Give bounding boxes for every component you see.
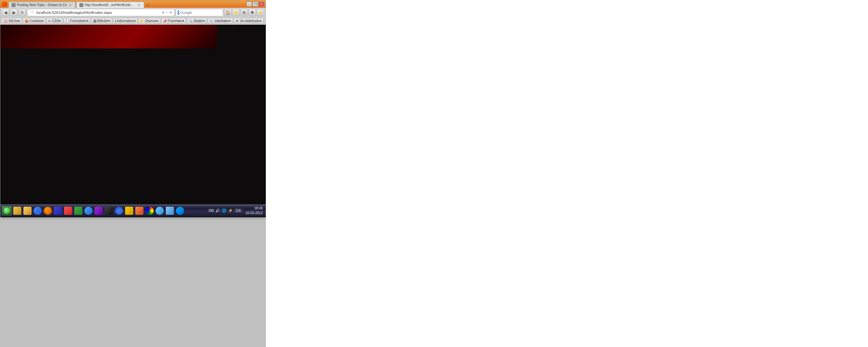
nav-extra-3[interactable]: ⚡ bbox=[257, 9, 264, 16]
window-controls: — ❐ ✕ bbox=[246, 2, 264, 6]
tab-close-button[interactable]: ✕ bbox=[68, 3, 73, 7]
bookmark-css-label: CSS▾ bbox=[52, 19, 61, 23]
diverse-icon: 📂 bbox=[140, 19, 144, 23]
system-tray-icons: ⌨ 🔊 🌐 ⚡ bbox=[209, 208, 233, 213]
taskbar: ⌨ 🔊 🌐 ⚡ DA 18:46 10-03-2012 bbox=[0, 204, 266, 217]
tab-close-2-button[interactable]: ✕ bbox=[137, 3, 141, 7]
tab-second[interactable]: http://localhost5...es/HtmlKoden.aspx ✕ bbox=[76, 2, 144, 8]
restore-button[interactable]: ❐ bbox=[253, 2, 258, 6]
page-background bbox=[0, 25, 266, 217]
skype-icon bbox=[176, 207, 184, 215]
browser-window: Posting New Topic - Dream.In.Co ✕ http:/… bbox=[0, 0, 266, 217]
clock-date: 10-03-2012 bbox=[245, 211, 263, 216]
taskbar-app-word[interactable] bbox=[53, 206, 63, 216]
taskbar-app-vs[interactable] bbox=[94, 206, 103, 216]
address-bar[interactable]: 📄 ★ ☆ ★ bbox=[27, 9, 175, 16]
back-button[interactable]: ◀ bbox=[2, 9, 9, 16]
bookmark-information[interactable]: ℹ Information▾ bbox=[113, 18, 138, 24]
edit-app-icon bbox=[166, 207, 174, 215]
nav-extra-2[interactable]: ✱ bbox=[249, 9, 256, 16]
bookmark-cookies[interactable]: 🍪 Cookies▾ bbox=[23, 18, 45, 24]
navigation-bar: ◀ ▶ ↻ 📄 ★ ☆ ★ G 🔍 🏠 ⭐ ⊞ ✱ ⚡ bbox=[0, 8, 265, 17]
language-indicator[interactable]: DA bbox=[235, 208, 242, 213]
word-icon bbox=[54, 207, 62, 215]
taskbar-app-multicolor[interactable] bbox=[145, 206, 154, 216]
bookmark-fremhaev[interactable]: 📌 Fremhæv▾ bbox=[161, 18, 186, 24]
tray-icon-4[interactable]: ⚡ bbox=[228, 208, 233, 213]
bookmark-billeder-label: Billeder▾ bbox=[97, 19, 110, 23]
red-app-icon bbox=[64, 207, 72, 215]
search-input[interactable] bbox=[180, 11, 227, 15]
bookmark-billeder[interactable]: 🖼 Billeder▾ bbox=[91, 18, 112, 24]
tab-title-active: Posting New Topic - Dream.In.Co bbox=[17, 3, 67, 7]
cookies-icon: 🍪 bbox=[25, 19, 28, 23]
address-input[interactable] bbox=[36, 11, 160, 15]
photo-app-icon bbox=[135, 207, 143, 215]
bookmark-fremhaev-label: Fremhæv▾ bbox=[168, 19, 184, 23]
forward-button[interactable]: ▶ bbox=[10, 9, 18, 16]
search-bar[interactable]: G 🔍 bbox=[176, 9, 223, 16]
taskbar-app-edit[interactable] bbox=[165, 206, 175, 216]
title-bar: Posting New Topic - Dream.In.Co ✕ http:/… bbox=[0, 0, 265, 8]
taskbar-system-tray: ⌨ 🔊 🌐 ⚡ DA 18:46 10-03-2012 bbox=[209, 206, 265, 216]
google-icon: G bbox=[177, 10, 179, 15]
star-icon-3[interactable]: ★ bbox=[169, 11, 172, 14]
taskbar-app-explorer[interactable] bbox=[13, 206, 22, 216]
bookmark-vis-kildekode[interactable]: 👁 Vis kildekode▾ bbox=[234, 18, 263, 24]
taskbar-app-cmd[interactable] bbox=[104, 206, 114, 216]
minimize-button[interactable]: — bbox=[246, 2, 252, 6]
skaler-icon: 🔍 bbox=[189, 19, 193, 23]
taskbar-app-excel[interactable] bbox=[74, 206, 83, 216]
start-orb-icon bbox=[3, 207, 11, 215]
taskbar-app-skype[interactable] bbox=[175, 206, 185, 216]
taskbar-app-ie[interactable] bbox=[33, 206, 42, 216]
yellow-app-icon bbox=[125, 207, 133, 215]
taskbar-app-blue2[interactable] bbox=[84, 206, 93, 216]
bookmark-formularer[interactable]: 📋 Formularer▾ bbox=[63, 18, 91, 24]
bookmark-diverse[interactable]: 📂 Diverse▾ bbox=[138, 18, 160, 24]
bookmark-skaler[interactable]: 🔍 Skalér▾ bbox=[187, 18, 207, 24]
tab-favicon-icon bbox=[12, 3, 16, 7]
folder-icon bbox=[23, 207, 32, 215]
tray-icon-2[interactable]: 🔊 bbox=[215, 208, 220, 213]
billeder-icon: 🖼 bbox=[93, 19, 96, 23]
start-button[interactable] bbox=[2, 206, 12, 216]
taskbar-app-network[interactable] bbox=[155, 206, 164, 216]
star-icon[interactable]: ★ bbox=[162, 11, 165, 14]
firefox-taskbar-icon bbox=[44, 207, 52, 215]
close-button[interactable]: ✕ bbox=[259, 2, 264, 6]
tray-icon-3[interactable]: 🌐 bbox=[221, 208, 227, 213]
taskbar-app-firefox[interactable] bbox=[43, 206, 53, 216]
page-content bbox=[0, 25, 266, 217]
taskbar-app-photo[interactable] bbox=[135, 206, 144, 216]
tray-icon-1[interactable]: ⌨ bbox=[209, 208, 214, 213]
bookmark-sla-fra[interactable]: 🚫 Slå fra▾ bbox=[2, 18, 22, 24]
css-icon: ✏ bbox=[48, 19, 51, 23]
taskbar-pinned-apps bbox=[13, 206, 185, 216]
vaerktojer-icon: 🔧 bbox=[210, 19, 213, 23]
nav-extra-1[interactable]: ⊞ bbox=[240, 9, 248, 16]
star-icon-2[interactable]: ☆ bbox=[165, 11, 169, 14]
vs-icon bbox=[95, 207, 103, 215]
home-button[interactable]: 🏠 bbox=[224, 9, 232, 16]
bookmark-css[interactable]: ✏ CSS▾ bbox=[46, 18, 63, 24]
network-icon bbox=[156, 207, 164, 215]
tab-bar: Posting New Topic - Dream.In.Co ✕ http:/… bbox=[8, 0, 245, 8]
taskbar-app-globe[interactable] bbox=[114, 206, 124, 216]
reload-button[interactable]: ↻ bbox=[19, 9, 26, 16]
fremhaev-icon: 📌 bbox=[163, 19, 167, 23]
bookmark-opsaetning[interactable]: ⚙ Opsætning▾ bbox=[264, 18, 265, 24]
taskbar-app-red[interactable] bbox=[63, 206, 73, 216]
tab-active[interactable]: Posting New Topic - Dream.In.Co ✕ bbox=[8, 2, 76, 8]
bookmark-cookies-label: Cookies▾ bbox=[29, 19, 43, 23]
bookmark-formularer-label: Formularer▾ bbox=[70, 19, 88, 23]
new-tab-button[interactable]: + bbox=[145, 2, 151, 8]
bookmark-vaerktojer[interactable]: 🔧 Værktøjer▾ bbox=[208, 18, 233, 24]
star-icons: ★ ☆ ★ bbox=[162, 11, 172, 14]
cmd-icon bbox=[105, 207, 113, 215]
bookmark-star-button[interactable]: ⭐ bbox=[232, 9, 240, 16]
formularer-icon: 📋 bbox=[65, 19, 69, 23]
blue-app-icon bbox=[84, 207, 93, 215]
taskbar-app-yellow[interactable] bbox=[124, 206, 134, 216]
taskbar-app-folder[interactable] bbox=[23, 206, 32, 216]
